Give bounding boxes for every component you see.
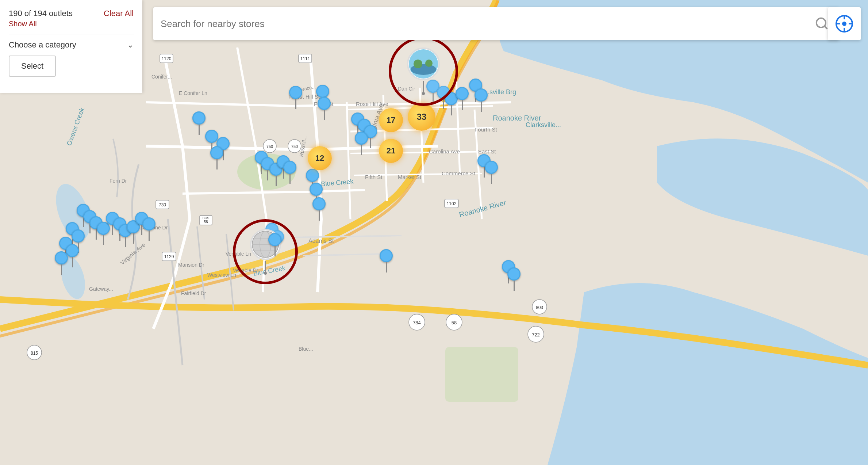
gps-button[interactable] <box>828 7 861 40</box>
show-all-link[interactable]: Show All <box>9 20 73 28</box>
map-pin[interactable] <box>485 161 498 184</box>
svg-text:1102: 1102 <box>447 201 457 206</box>
svg-text:Carolina Ave: Carolina Ave <box>429 148 460 155</box>
svg-text:East St: East St <box>478 148 496 155</box>
select-button[interactable]: Select <box>9 56 56 77</box>
svg-text:58: 58 <box>204 220 208 224</box>
svg-point-67 <box>414 60 422 68</box>
map-cluster[interactable]: 12 <box>308 146 332 170</box>
svg-text:815: 815 <box>31 351 38 356</box>
map-cluster[interactable]: 33 <box>408 103 435 131</box>
panel-divider <box>9 34 134 34</box>
highlighted-pin-globe[interactable] <box>233 219 298 284</box>
outlet-info: 190 of 194 outlets Show All <box>9 9 73 28</box>
svg-point-68 <box>425 60 433 67</box>
svg-text:Rose Hill Ave: Rose Hill Ave <box>356 101 388 107</box>
category-header[interactable]: Choose a category ⌄ <box>9 40 134 50</box>
highlighted-pin-photo[interactable] <box>389 37 458 106</box>
left-panel: 190 of 194 outlets Show All Clear All Ch… <box>0 0 142 93</box>
panel-header: 190 of 194 outlets Show All Clear All <box>9 9 134 28</box>
map-pin[interactable] <box>475 88 488 112</box>
map-pin[interactable] <box>283 161 296 184</box>
svg-text:750: 750 <box>266 144 273 149</box>
svg-text:Clarksville...: Clarksville... <box>526 121 561 129</box>
search-input[interactable] <box>161 18 812 30</box>
svg-text:Commerce St: Commerce St <box>442 170 476 176</box>
svg-text:730: 730 <box>159 202 166 207</box>
search-icon <box>815 16 829 30</box>
outlet-count: 190 of 194 outlets <box>9 9 73 18</box>
svg-text:Conifer...: Conifer... <box>151 74 172 80</box>
map-cluster[interactable]: 17 <box>379 108 403 132</box>
map-pin[interactable] <box>55 251 68 275</box>
svg-text:1129: 1129 <box>164 254 174 259</box>
search-container <box>153 7 839 40</box>
svg-text:Mansion Dr: Mansion Dr <box>178 262 204 268</box>
category-section: Choose a category ⌄ Select <box>9 40 134 77</box>
map-pin[interactable] <box>289 86 302 109</box>
map-pin[interactable] <box>312 197 326 221</box>
svg-text:1111: 1111 <box>300 56 310 61</box>
svg-point-77 <box>842 22 846 26</box>
svg-text:Gateway...: Gateway... <box>89 286 113 292</box>
svg-text:Fifth St: Fifth St <box>365 174 383 180</box>
map-pin[interactable] <box>507 267 521 291</box>
svg-text:Westview Ln: Westview Ln <box>207 272 236 278</box>
svg-text:BUS: BUS <box>203 216 210 220</box>
svg-text:Adams St: Adams St <box>308 238 334 244</box>
category-label: Choose a category <box>9 40 76 50</box>
svg-text:750: 750 <box>291 144 298 149</box>
search-bar <box>153 7 839 40</box>
map-pin[interactable] <box>318 97 331 120</box>
map-pin[interactable] <box>192 111 206 135</box>
svg-text:58: 58 <box>452 320 457 325</box>
svg-rect-4 <box>445 347 518 402</box>
svg-text:803: 803 <box>536 305 543 310</box>
map-pin[interactable] <box>355 132 368 155</box>
svg-text:Blue...: Blue... <box>299 346 313 352</box>
map-pin[interactable] <box>380 249 393 272</box>
map-pin[interactable] <box>142 217 155 241</box>
svg-text:722: 722 <box>532 332 540 338</box>
svg-text:784: 784 <box>413 320 421 325</box>
gps-icon <box>835 14 854 33</box>
svg-line-75 <box>824 26 827 28</box>
map-pin[interactable] <box>210 146 223 169</box>
svg-text:Fourth St: Fourth St <box>475 126 498 133</box>
map-pin[interactable] <box>268 233 281 256</box>
chevron-down-icon: ⌄ <box>127 40 134 50</box>
svg-text:E Conifer Ln: E Conifer Ln <box>179 90 207 96</box>
svg-text:...sville Brg: ...sville Brg <box>484 88 516 96</box>
map-cluster[interactable]: 21 <box>379 139 403 163</box>
svg-text:Fairfield Dr: Fairfield Dr <box>181 290 206 296</box>
svg-text:Fern Dr: Fern Dr <box>110 178 127 184</box>
svg-text:1120: 1120 <box>162 56 172 61</box>
clear-all-link[interactable]: Clear All <box>104 9 134 18</box>
svg-text:Market St: Market St <box>398 174 422 180</box>
svg-text:Roanoke River: Roanoke River <box>493 114 541 122</box>
